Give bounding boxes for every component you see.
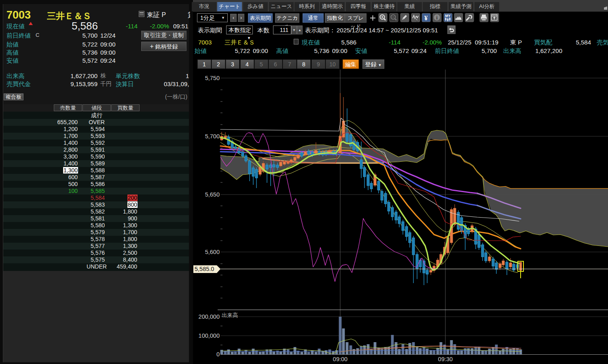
svg-text:5,585.0: 5,585.0: [195, 266, 214, 272]
svg-text:¥: ¥: [424, 14, 428, 22]
svg-text:MY: MY: [445, 14, 451, 18]
svg-text:i: i: [436, 15, 438, 21]
svg-text:09:00: 09:00: [333, 356, 347, 362]
svg-text:5,650: 5,650: [205, 191, 220, 198]
svg-text:09:30: 09:30: [438, 356, 453, 362]
svg-text:200,000: 200,000: [199, 313, 220, 320]
svg-text:0: 0: [216, 351, 220, 358]
svg-text:100,000: 100,000: [199, 332, 220, 339]
svg-text:5,600: 5,600: [205, 249, 220, 255]
svg-text:5,700: 5,700: [205, 133, 220, 140]
svg-text:5,750: 5,750: [205, 75, 220, 81]
svg-text:出来高: 出来高: [222, 312, 238, 318]
